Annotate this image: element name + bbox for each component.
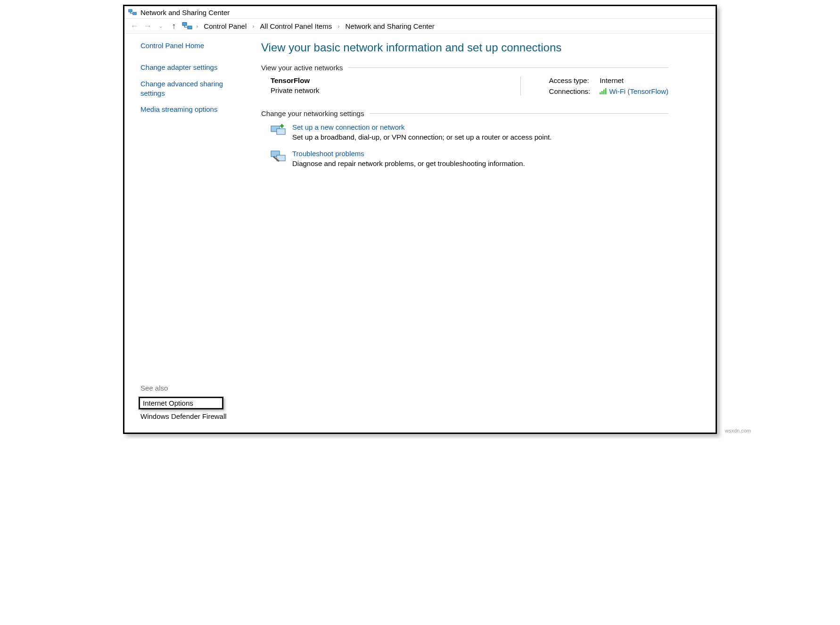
chevron-right-icon: › bbox=[337, 23, 340, 30]
access-type-label: Access type: bbox=[549, 76, 591, 84]
network-name: TensorFlow bbox=[271, 76, 502, 84]
defender-firewall-link[interactable]: Windows Defender Firewall bbox=[140, 412, 242, 420]
network-center-icon bbox=[128, 8, 137, 17]
svg-rect-4 bbox=[600, 92, 601, 94]
active-network-block: TensorFlow Private network bbox=[271, 76, 521, 95]
title-bar: Network and Sharing Center bbox=[124, 6, 716, 18]
forward-arrow-icon[interactable]: → bbox=[142, 21, 153, 31]
active-networks-label: View your active networks bbox=[261, 64, 668, 72]
watermark: wsxdn.com bbox=[725, 428, 751, 433]
svg-rect-3 bbox=[188, 26, 192, 29]
sidebar-adapter-link[interactable]: Change adapter settings bbox=[140, 63, 242, 72]
breadcrumb-control-panel[interactable]: Control Panel bbox=[202, 21, 248, 31]
see-also-label: See also bbox=[140, 384, 242, 392]
access-type-value: Internet bbox=[600, 76, 668, 84]
svg-rect-7 bbox=[605, 88, 607, 94]
chevron-right-icon: › bbox=[251, 23, 255, 30]
setup-connection-link[interactable]: Set up a new connection or network bbox=[292, 123, 552, 131]
troubleshoot-icon bbox=[271, 150, 286, 163]
back-arrow-icon[interactable]: ← bbox=[129, 21, 140, 31]
internet-options-link[interactable]: Internet Options bbox=[139, 397, 223, 409]
svg-rect-2 bbox=[182, 23, 187, 25]
sidebar-home-link[interactable]: Control Panel Home bbox=[140, 41, 242, 50]
control-panel-icon[interactable] bbox=[182, 21, 192, 31]
troubleshoot-desc: Diagnose and repair network problems, or… bbox=[292, 159, 525, 167]
connections-label: Connections: bbox=[549, 87, 591, 95]
troubleshoot-link[interactable]: Troubleshoot problems bbox=[292, 150, 525, 158]
wifi-signal-icon bbox=[600, 88, 607, 94]
main-content: View your basic network information and … bbox=[252, 33, 716, 427]
breadcrumb-all-items[interactable]: All Control Panel Items bbox=[258, 21, 334, 31]
troubleshoot-item: Troubleshoot problems Diagnose and repai… bbox=[271, 150, 668, 167]
setup-connection-icon bbox=[271, 123, 286, 136]
setup-connection-item: Set up a new connection or network Set u… bbox=[271, 123, 668, 141]
sidebar: Control Panel Home Change adapter settin… bbox=[124, 33, 252, 427]
sidebar-advanced-link[interactable]: Change advanced sharing settings bbox=[140, 79, 242, 99]
network-type: Private network bbox=[271, 86, 502, 94]
window-title: Network and Sharing Center bbox=[140, 8, 230, 17]
page-heading: View your basic network information and … bbox=[261, 41, 668, 54]
up-arrow-icon[interactable]: ↑ bbox=[169, 21, 179, 31]
svg-rect-5 bbox=[601, 91, 603, 94]
setup-connection-desc: Set up a broadband, dial-up, or VPN conn… bbox=[292, 133, 552, 141]
svg-rect-1 bbox=[133, 12, 137, 15]
change-settings-label: Change your networking settings bbox=[261, 109, 668, 117]
sidebar-media-link[interactable]: Media streaming options bbox=[140, 105, 242, 114]
svg-rect-9 bbox=[277, 129, 285, 134]
chevron-right-icon: › bbox=[195, 23, 199, 30]
recent-chevron-icon[interactable]: ⌄ bbox=[156, 21, 166, 31]
nav-bar: ← → ⌄ ↑ › Control Panel › All Control Pa… bbox=[124, 18, 716, 33]
svg-rect-0 bbox=[129, 9, 132, 12]
connections-value[interactable]: Wi-Fi (TensorFlow) bbox=[600, 87, 668, 95]
svg-rect-6 bbox=[603, 90, 605, 94]
breadcrumb-network-sharing[interactable]: Network and Sharing Center bbox=[344, 21, 436, 31]
